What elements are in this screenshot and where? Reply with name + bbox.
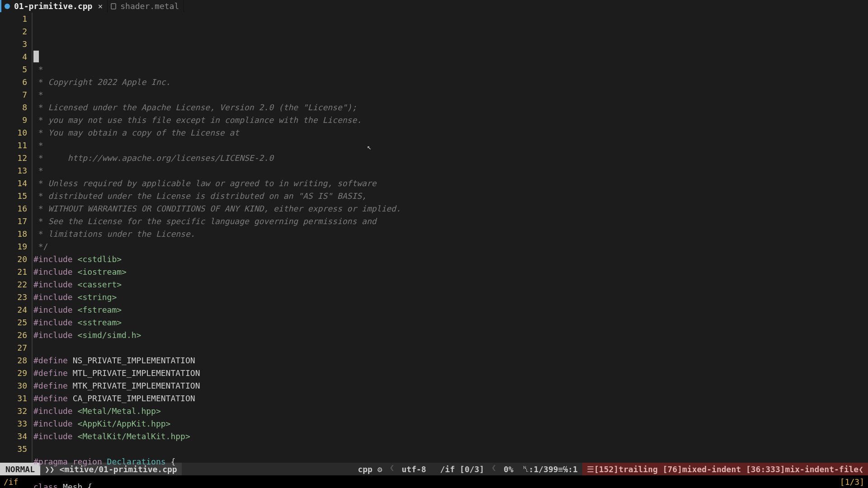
code-line[interactable]: * you may not use this file except in co… <box>33 114 868 127</box>
line-number: 32 <box>0 405 27 418</box>
code-token: <string> <box>78 292 117 302</box>
code-token: #include <box>33 330 78 340</box>
code-token: { <box>170 457 175 466</box>
code-token: * <box>33 141 43 150</box>
code-token: #include <box>33 267 78 277</box>
line-number: 33 <box>0 418 27 430</box>
close-icon[interactable]: × <box>98 1 103 11</box>
line-number: 14 <box>0 177 27 190</box>
code-line[interactable]: * <box>33 164 868 177</box>
code-token: <cassert> <box>78 280 122 289</box>
code-line[interactable]: * distributed under the License is distr… <box>33 190 868 202</box>
code-token: Unless required by applicable law or agr… <box>48 178 377 188</box>
line-number: 9 <box>0 114 27 127</box>
code-line[interactable]: * http://www.apache.org/licenses/LICENSE… <box>33 152 868 164</box>
code-line[interactable]: * Copyright 2022 Apple Inc. <box>33 76 868 89</box>
code-line[interactable]: #include <AppKit/AppKit.hpp> <box>33 418 868 430</box>
code-line[interactable]: #define NS_PRIVATE_IMPLEMENTATION <box>33 354 868 367</box>
line-number: 7 <box>0 89 27 101</box>
line-number: 20 <box>0 253 27 266</box>
code-token: * <box>33 191 48 201</box>
code-token: * <box>33 216 48 226</box>
tab-01-primitive[interactable]: 01-primitive.cpp × <box>0 0 108 12</box>
code-line[interactable]: * WITHOUT WARRANTIES OR CONDITIONS OF AN… <box>33 202 868 215</box>
code-token: * <box>33 90 43 99</box>
code-token: See the License for the specific languag… <box>48 216 377 226</box>
tab-label: 01-primitive.cpp <box>14 1 92 11</box>
code-token: */ <box>33 242 48 251</box>
code-line[interactable]: * <box>33 51 868 63</box>
code-token: * <box>33 115 48 125</box>
code-token: #define <box>33 381 73 390</box>
code-line[interactable]: * You may obtain a copy of the License a… <box>33 127 868 139</box>
tab-shader-metal[interactable]: shader.metal <box>108 0 184 12</box>
line-number: 35 <box>0 443 27 455</box>
code-line[interactable]: #define MTL_PRIVATE_IMPLEMENTATION <box>33 367 868 380</box>
code-line[interactable] <box>33 342 868 354</box>
editor[interactable]: 1234567891011121314151617181920212223242… <box>0 13 868 463</box>
line-number: 10 <box>0 127 27 139</box>
line-number: 1 <box>0 13 27 25</box>
line-number: 27 <box>0 342 27 354</box>
line-number: 4 <box>0 51 27 63</box>
code-line[interactable]: * See the License for the specific langu… <box>33 215 868 228</box>
code-token: CA_PRIVATE_IMPLEMENTATION <box>73 394 195 403</box>
code-token: <cstdlib> <box>78 254 122 264</box>
code-line[interactable]: #pragma region Declarations { <box>33 455 868 468</box>
code-token: <iostream> <box>78 267 127 277</box>
code-token: #define <box>33 356 73 365</box>
code-line[interactable]: * <box>33 139 868 152</box>
code-token: #define <box>33 368 73 378</box>
code-token: #include <box>33 305 78 314</box>
line-number-gutter: 1234567891011121314151617181920212223242… <box>0 13 32 463</box>
code-token: * <box>33 65 43 74</box>
code-line[interactable]: #include <iostream> <box>33 266 868 278</box>
tab-bar: 01-primitive.cpp × shader.metal <box>0 0 868 13</box>
code-token: #include <box>33 318 78 327</box>
code-line[interactable]: * limitations under the License. <box>33 228 868 240</box>
code-line[interactable]: * <box>33 89 868 101</box>
code-line[interactable]: class Mesh { <box>33 481 868 488</box>
code-token: #include <box>33 432 78 441</box>
code-line[interactable] <box>33 468 868 481</box>
code-token: <simd/simd.h> <box>78 330 142 340</box>
code-line[interactable]: #define MTK_PRIVATE_IMPLEMENTATION <box>33 380 868 392</box>
search-query: /if <box>4 477 19 487</box>
code-token: <sstream> <box>78 318 122 327</box>
svg-rect-1 <box>111 4 116 9</box>
code-token: limitations under the License. <box>48 229 195 239</box>
line-number: 16 <box>0 202 27 215</box>
code-token: * <box>33 153 68 163</box>
code-token: * <box>33 128 48 137</box>
code-token: Licensed under the Apache License, Versi… <box>48 103 357 112</box>
tab-label: shader.metal <box>120 1 179 11</box>
line-number: 5 <box>0 63 27 76</box>
code-line[interactable]: */ <box>33 240 868 253</box>
code-area[interactable]: ↖ * * * Copyright 2022 Apple Inc. * * Li… <box>33 13 868 463</box>
code-line[interactable]: #include <MetalKit/MetalKit.hpp> <box>33 430 868 443</box>
code-line[interactable]: * Unless required by applicable law or a… <box>33 177 868 190</box>
code-token: #include <box>33 419 78 428</box>
code-line[interactable]: #include <string> <box>33 291 868 304</box>
line-number: 11 <box>0 139 27 152</box>
code-line[interactable]: #include <cstdlib> <box>33 253 868 266</box>
line-number: 2 <box>0 25 27 38</box>
code-token: * <box>33 77 48 87</box>
code-line[interactable]: * Licensed under the Apache License, Ver… <box>33 101 868 114</box>
code-token: #include <box>33 254 78 264</box>
code-line[interactable]: #include <Metal/Metal.hpp> <box>33 405 868 418</box>
code-token: * <box>33 103 48 112</box>
code-line[interactable]: #include <simd/simd.h> <box>33 329 868 342</box>
code-line[interactable] <box>33 443 868 455</box>
line-number: 19 <box>0 240 27 253</box>
code-token: #define <box>33 394 73 403</box>
code-line[interactable]: #include <cassert> <box>33 278 868 291</box>
code-line[interactable]: #include <fstream> <box>33 304 868 316</box>
code-token: * <box>33 229 48 239</box>
line-number: 22 <box>0 278 27 291</box>
line-number: 24 <box>0 304 27 316</box>
code-line[interactable]: #include <sstream> <box>33 316 868 329</box>
line-number: 26 <box>0 329 27 342</box>
code-line[interactable]: #define CA_PRIVATE_IMPLEMENTATION <box>33 392 868 405</box>
code-line[interactable]: * <box>33 63 868 76</box>
